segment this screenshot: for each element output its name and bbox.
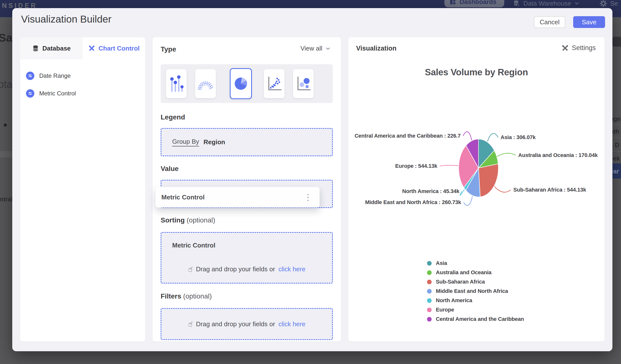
pie-callout-label: North America : 45.34k [402, 188, 459, 194]
legend-row[interactable]: Australia and Oceania [427, 268, 524, 277]
warehouse-database-icon [513, 0, 520, 7]
dragged-field-chip[interactable]: Metric Control ⋮ [155, 187, 320, 208]
sorting-heading: Sorting (optional) [161, 216, 215, 224]
sliders-icon [26, 89, 34, 98]
legend-row[interactable]: Middle East and North Africa [427, 286, 524, 296]
value-heading: Value [161, 165, 179, 173]
chevron-down-icon [325, 45, 331, 52]
click-here-link[interactable]: click here [278, 265, 305, 273]
chart-type-strip [161, 64, 333, 103]
dimmed-panel-corner [612, 37, 621, 47]
filters-optional-label: (optional) [183, 292, 212, 300]
lollipop-chart-icon [169, 73, 184, 94]
chart-type-pie[interactable] [230, 68, 252, 99]
sidebar-item-date-range[interactable]: Date Range [26, 72, 71, 80]
chart-type-bubble[interactable] [293, 69, 314, 98]
pie-chart-icon [233, 76, 249, 91]
sorting-field-label: Metric Control [172, 242, 215, 249]
filters-heading-label: Filters [161, 292, 181, 300]
sidebar-item-label: Metric Control [39, 90, 76, 97]
sorting-heading-label: Sorting [161, 216, 185, 224]
dragged-field-label: Metric Control [161, 193, 205, 201]
modal-title: Visualization Builder [21, 14, 111, 25]
filters-drop-zone[interactable]: ☝ Drag and drop your fields or click her… [161, 308, 333, 340]
nav-dashboards-label: Dashboards [460, 0, 496, 6]
chart-type-arc-dots[interactable] [195, 69, 216, 98]
sidebar-item-metric-control[interactable]: Metric Control [26, 89, 76, 98]
chevron-down-icon [574, 0, 580, 6]
view-all-label: View all [300, 45, 322, 52]
nav-data-warehouse[interactable]: Data Warehouse [513, 0, 580, 8]
sliders-icon [26, 72, 34, 80]
legend-label: Sub-Saharan Africa [436, 279, 485, 285]
save-button[interactable]: Save [573, 16, 605, 28]
fields-panel: Database Chart Control [20, 37, 145, 341]
legend-row[interactable]: Sub-Saharan Africa [427, 277, 524, 286]
sorting-optional-label: (optional) [187, 216, 215, 224]
fields-tabs: Database Chart Control [20, 37, 145, 59]
tap-hand-icon: ☝ [187, 264, 193, 274]
drop-hint-text: Drag and drop your fields or [196, 320, 275, 328]
visualization-builder-modal: Visualization Builder Cancel Save Databa… [12, 8, 612, 351]
pie-leader-line [460, 189, 465, 195]
pie-leader-line [488, 133, 498, 141]
nav-settings[interactable]: Se [599, 0, 618, 8]
legend-dot-icon [427, 280, 432, 284]
scatter-chart-icon [266, 76, 282, 92]
legend-label: Middle East and North Africa [436, 288, 508, 294]
chart-type-lollipop[interactable] [166, 69, 187, 98]
tab-chart-control-label: Chart Control [99, 45, 140, 52]
group-by-label[interactable]: Group By [172, 138, 199, 146]
legend-dot-icon [427, 317, 432, 322]
pie-callout-label: Central America and the Caribbean : 226.… [355, 133, 461, 139]
legend-drop-zone[interactable]: Group By Region [161, 128, 333, 156]
cancel-button[interactable]: Cancel [534, 16, 565, 28]
dimmed-text-fragment: ntral [0, 196, 13, 203]
database-icon [32, 45, 39, 52]
view-all-button[interactable]: View all [300, 45, 331, 52]
pie-leader-line [464, 196, 472, 206]
tab-chart-control[interactable]: Chart Control [83, 37, 145, 59]
sorting-drop-zone[interactable]: Metric Control ☝ Drag and drop your fiel… [161, 232, 333, 284]
group-by-value: Region [204, 138, 225, 146]
legend-dot-icon [427, 270, 432, 275]
pie-callout-label: Middle East and North Africa : 260.73k [365, 199, 461, 206]
chart-type-scatter[interactable] [264, 69, 285, 98]
pie-callout-label: Europe : 544.13k [395, 163, 437, 169]
dimmed-row-band [0, 151, 12, 157]
legend-label: Europe [436, 307, 454, 313]
pie-leader-line [494, 186, 511, 192]
legend-row[interactable]: Europe [427, 305, 524, 314]
visualization-panel: Visualization Settings Sales Volume by R… [348, 37, 604, 341]
pie-slice-2[interactable] [479, 164, 498, 197]
legend-label: Australia and Oceania [436, 269, 492, 276]
kebab-menu-icon[interactable]: ⋮ [304, 193, 312, 201]
legend-dot-icon [427, 289, 432, 294]
chart-legend: AsiaAustralia and OceaniaSub-Saharan Afr… [427, 259, 524, 324]
tap-hand-icon: ☝ [187, 319, 193, 329]
pie-callout-label: Asia : 306.07k [500, 134, 536, 140]
bubble-chart-icon [295, 76, 311, 92]
legend-row[interactable]: Central America and the Caribbean [427, 314, 524, 324]
legend-row[interactable]: Asia [427, 259, 524, 268]
pie-callout-label: Sub-Saharan Africa : 544.13k [513, 187, 586, 193]
legend-dot-icon [427, 308, 432, 312]
click-here-link[interactable]: click here [278, 320, 305, 328]
tab-database-label: Database [42, 45, 71, 52]
nav-data-warehouse-label: Data Warehouse [523, 0, 571, 7]
pie-leader-line [440, 165, 458, 166]
dimmed-text-fragment: • [3, 119, 7, 131]
value-drop-zone[interactable]: Metric Control ⋮ Metric Control ⋮ [161, 180, 333, 208]
dimmed-text-fragment: ota [0, 78, 12, 90]
legend-row[interactable]: North America [427, 296, 524, 305]
nav-settings-label: Se [610, 0, 618, 7]
filters-heading: Filters (optional) [161, 292, 212, 300]
pie-leader-line [463, 132, 472, 140]
tab-database[interactable]: Database [20, 37, 83, 59]
legend-dot-icon [427, 298, 432, 303]
legend-label: North America [436, 297, 472, 304]
pie-leader-line [497, 153, 516, 157]
nav-dashboards[interactable]: Dashboards [444, 0, 504, 7]
builder-panel: Type View all [153, 37, 341, 341]
gear-icon [599, 0, 607, 7]
